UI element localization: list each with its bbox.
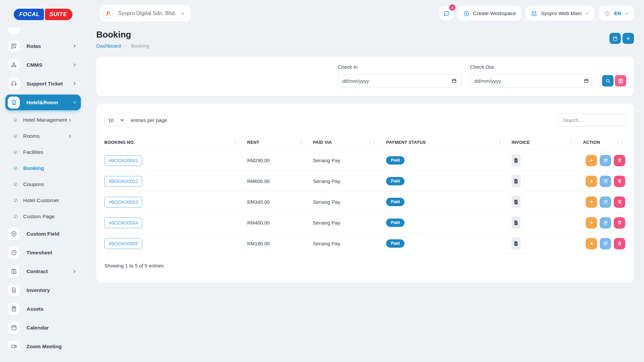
chevron-right-icon [72,269,77,274]
sidebar-item-coupons[interactable]: Coupons [13,178,81,191]
invoice-pdf-button[interactable] [512,175,521,187]
cell-invoice [512,213,583,233]
invoice-pdf-button[interactable] [512,217,521,229]
date-picker-icon[interactable] [584,78,589,83]
table-body: #BOOK00001RM290.00Senang PayPaid#BOOK000… [104,150,626,254]
invoice-pdf-button[interactable] [512,154,521,167]
delete-booking-button[interactable] [614,217,625,229]
sidebar-item-timesheet[interactable]: Timesheet [5,245,81,260]
pencil-square-icon [603,179,608,184]
sidebar-item-support-ticket[interactable]: Support Ticket [5,76,81,92]
edit-booking-button[interactable] [600,217,611,229]
sidebar-item-hotel-management-label: Hotel Management [23,117,68,123]
view-booking-button[interactable] [586,176,597,187]
file-icon [8,284,20,296]
calendar-view-button[interactable] [609,33,621,44]
pdf-file-icon [513,199,519,205]
check-in-input[interactable]: dd/mm/yyyy [338,74,461,87]
calendar-icon [8,322,20,334]
brand-logo[interactable]: FOCALSUITE [0,9,86,20]
sort-icon [299,140,304,145]
booking-no-badge[interactable]: #BOOK00001 [104,155,142,166]
company-selector[interactable]: Syspro Digital Sdn. Bhd. [100,5,191,22]
messages-button[interactable]: 0 [439,6,453,20]
invoice-pdf-button[interactable] [512,196,521,208]
table-search-input[interactable] [558,114,626,126]
delete-booking-button[interactable] [614,238,625,249]
entries-select[interactable]: 10 [104,114,125,126]
view-booking-button[interactable] [586,196,597,208]
sidebar-item-hotel-management[interactable]: Hotel Management [13,113,81,127]
sidebar-item-zoom-meeting[interactable]: Zoom Meeting [5,339,81,350]
cell-invoice [512,171,583,192]
table-header-row: BOOKING NO.RENTPAID VIAPAYMENT STATUSINV… [104,136,626,150]
date-picker-icon[interactable] [451,78,457,83]
trash-icon [617,241,622,246]
sidebar-item-inventory[interactable]: Inventory [5,282,81,298]
delete-booking-button[interactable] [614,155,625,166]
sidebar-item-calendar[interactable]: Calendar [5,320,81,336]
column-header-rent[interactable]: RENT [247,136,313,150]
language-selector[interactable]: EN [599,6,634,21]
edit-booking-button[interactable] [600,176,611,187]
booking-no-badge[interactable]: #BOOK00004 [104,218,142,228]
cell-rent: RM290.00 [247,150,313,171]
column-header-action[interactable]: ACTION [583,136,626,150]
entries-per-page: 10 entries per page [104,114,167,126]
add-booking-button[interactable] [623,33,634,44]
column-header-invoice[interactable]: INVOICE [512,136,583,150]
sidebar-item-rotas[interactable]: Rotas [5,38,81,54]
sidebar-item-assets[interactable]: Assets [5,301,81,317]
edit-booking-button[interactable] [600,238,611,249]
invoice-pdf-button[interactable] [512,237,521,250]
sidebar-item-facilities[interactable]: Facilities [13,145,81,159]
topbar-right: 0 Create Workspace Syspro Web Main EN [439,6,634,21]
payment-status-badge: Paid [386,156,404,165]
sidebar-item-booking[interactable]: Booking [13,162,81,175]
sidebar-item-cmms[interactable]: CMMS [5,57,81,73]
filter-clear-button[interactable] [615,75,626,86]
booking-no-badge[interactable]: #BOOK00002 [104,176,142,187]
view-booking-button[interactable] [586,155,597,166]
play-icon [589,158,594,163]
workspace-selector[interactable]: Syspro Web Main [526,6,594,21]
create-workspace-button[interactable]: Create Workspace [458,6,521,21]
sidebar-item-custom-field[interactable]: Custom Field [5,226,81,242]
column-header-booking-no[interactable]: BOOKING NO. [104,136,247,150]
filter-search-button[interactable] [602,75,613,86]
edit-booking-button[interactable] [600,155,611,166]
chevron-right-icon [68,134,72,138]
breadcrumb-dashboard-link[interactable]: Dashboard [96,43,121,49]
booking-no-badge[interactable]: #BOOK00005 [104,238,142,249]
page-head: Booking Dashboard Booking [96,29,634,49]
sidebar-item-custom-page[interactable]: Custom Page [13,210,81,223]
sidebar-item-contract[interactable]: Contract [5,263,81,279]
view-booking-button[interactable] [586,238,597,249]
circle-bullet-icon [13,198,18,203]
column-label: BOOKING NO. [104,140,135,145]
column-header-payment-status[interactable]: PAYMENT STATUS [386,136,512,150]
edit-booking-button[interactable] [600,196,611,208]
check-out-input[interactable]: dd/mm/yyyy [470,74,593,87]
sidebar-item-rooms[interactable]: Rooms [13,129,81,143]
chevron-right-icon [72,81,77,86]
sidebar-item-hotel-customer[interactable]: Hotel Customer [13,194,81,207]
delete-booking-button[interactable] [614,196,625,208]
chevron-down-icon [180,11,185,16]
column-header-paid-via[interactable]: PAID VIA [313,136,386,150]
sidebar-item-hotel-room[interactable]: Hotel&Room [5,95,81,110]
column-label: PAID VIA [313,140,332,145]
view-booking-button[interactable] [586,217,597,229]
cell-paid-via: Senang Pay [313,213,386,233]
language-code: EN [614,10,621,16]
chevron-right-icon [68,118,72,122]
cell-booking-no: #BOOK00005 [104,233,247,254]
delete-booking-button[interactable] [614,176,625,187]
cell-paid-via: Senang Pay [313,171,386,192]
booking-no-badge[interactable]: #BOOK00003 [104,197,142,207]
plus-circle-icon [463,10,470,17]
sort-icon [233,140,238,145]
sidebar-item-partial[interactable] [8,27,20,34]
headset-icon [8,78,20,90]
cell-payment-status: Paid [386,213,512,233]
